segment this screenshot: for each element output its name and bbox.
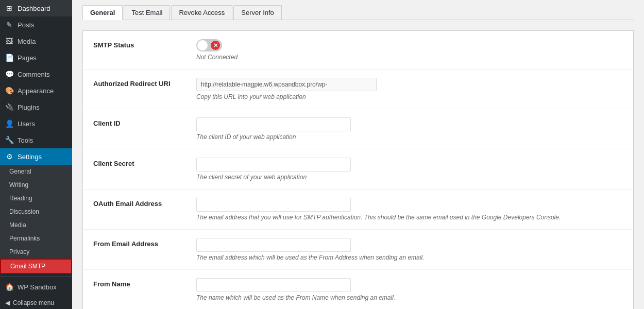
client-secret-description: The client secret of your web applicatio… bbox=[196, 174, 623, 181]
sidebar-item-label: Users bbox=[18, 120, 35, 128]
wp-sandbox-label: WP Sandbox bbox=[18, 283, 57, 291]
client-secret-row: Client Secret The client secret of your … bbox=[83, 149, 633, 190]
settings-submenu: General Writing Reading Discussion Media… bbox=[0, 165, 72, 274]
users-icon: 👤 bbox=[5, 119, 13, 128]
client-id-description: The client ID of your web application bbox=[196, 133, 623, 141]
sidebar-item-dashboard[interactable]: ⊞ Dashboard bbox=[0, 0, 72, 16]
sidebar-item-reading[interactable]: Reading bbox=[0, 192, 72, 205]
oauth-email-input[interactable] bbox=[196, 198, 351, 212]
oauth-email-row: OAuth Email Address The email address th… bbox=[83, 190, 633, 230]
sidebar-item-comments[interactable]: 💬 Comments bbox=[0, 66, 72, 82]
gmail-smtp-label: Gmail SMTP bbox=[10, 263, 45, 270]
media-icon: 🖼 bbox=[5, 37, 13, 45]
client-id-row: Client ID The client ID of your web appl… bbox=[83, 109, 633, 149]
sidebar-item-label: Pages bbox=[18, 54, 37, 62]
redirect-uri-row: Authorized Redirect URI http://relatable… bbox=[83, 70, 633, 109]
sidebar-item-writing[interactable]: Writing bbox=[0, 178, 72, 192]
tab-server-info[interactable]: Server Info bbox=[233, 5, 282, 20]
oauth-email-description: The email address that you will use for … bbox=[196, 214, 623, 221]
sidebar-item-appearance[interactable]: 🎨 Appearance bbox=[0, 82, 72, 99]
sidebar-item-media[interactable]: 🖼 Media bbox=[0, 33, 72, 49]
sidebar-item-users[interactable]: 👤 Users bbox=[0, 115, 72, 132]
reading-label: Reading bbox=[9, 195, 32, 202]
from-email-label: From Email Address bbox=[93, 238, 196, 248]
from-name-description: The name which will be used as the From … bbox=[196, 294, 623, 301]
client-secret-input[interactable] bbox=[196, 158, 351, 171]
main-content: General Test Email Revoke Access Server … bbox=[72, 0, 644, 309]
sidebar-item-permalinks[interactable]: Permalinks bbox=[0, 232, 72, 245]
wp-sandbox-icon: 🏠 bbox=[5, 283, 13, 291]
tab-test-email[interactable]: Test Email bbox=[124, 5, 170, 20]
toggle-knob bbox=[197, 40, 208, 50]
client-id-field: The client ID of your web application bbox=[196, 117, 623, 141]
collapse-menu-button[interactable]: ◀ Collapse menu bbox=[0, 295, 72, 309]
comments-icon: 💬 bbox=[5, 70, 13, 78]
dashboard-icon: ⊞ bbox=[5, 4, 13, 12]
permalinks-label: Permalinks bbox=[9, 235, 40, 242]
redirect-uri-field: http://relatable-magpie.w6.wpsandbox.pro… bbox=[196, 78, 623, 100]
sidebar-item-label: Appearance bbox=[18, 87, 54, 95]
sidebar-item-pages[interactable]: 📄 Pages bbox=[0, 49, 72, 66]
tab-general[interactable]: General bbox=[82, 5, 123, 20]
client-id-label: Client ID bbox=[93, 117, 196, 127]
general-label: General bbox=[9, 168, 31, 175]
oauth-email-field: The email address that you will use for … bbox=[196, 198, 623, 221]
from-name-row: From Name The name which will be used as… bbox=[83, 270, 633, 309]
redirect-uri-label: Authorized Redirect URI bbox=[93, 78, 196, 88]
sidebar-item-posts[interactable]: ✎ Posts bbox=[0, 16, 72, 33]
sidebar-item-tools[interactable]: 🔧 Tools bbox=[0, 132, 72, 148]
sidebar-item-label: Dashboard bbox=[18, 5, 50, 12]
client-secret-label: Client Secret bbox=[93, 158, 196, 167]
from-name-input[interactable] bbox=[196, 278, 351, 292]
redirect-uri-description: Copy this URL into your web application bbox=[196, 93, 623, 100]
tools-icon: 🔧 bbox=[5, 136, 13, 144]
discussion-label: Discussion bbox=[9, 208, 39, 215]
smtp-status-field: ✕ Not Connected bbox=[196, 39, 623, 61]
plugins-icon: 🔌 bbox=[5, 103, 13, 111]
smtp-status-label: SMTP Status bbox=[93, 39, 196, 49]
sidebar-item-label: Plugins bbox=[18, 104, 40, 111]
oauth-email-label: OAuth Email Address bbox=[93, 198, 196, 208]
from-name-label: From Name bbox=[93, 278, 196, 288]
sidebar-item-privacy[interactable]: Privacy bbox=[0, 245, 72, 259]
sidebar-item-general[interactable]: General bbox=[0, 165, 72, 178]
settings-icon: ⚙ bbox=[5, 152, 13, 161]
sidebar-item-discussion[interactable]: Discussion bbox=[0, 205, 72, 218]
sidebar-item-settings[interactable]: ⚙ Settings bbox=[0, 148, 72, 165]
from-email-row: From Email Address The email address whi… bbox=[83, 230, 633, 270]
toggle-container: ✕ bbox=[196, 39, 623, 52]
client-secret-field: The client secret of your web applicatio… bbox=[196, 158, 623, 181]
smtp-toggle[interactable]: ✕ bbox=[196, 39, 222, 52]
sidebar-item-media-sub[interactable]: Media bbox=[0, 218, 72, 232]
posts-icon: ✎ bbox=[5, 21, 13, 29]
toggle-x-icon: ✕ bbox=[211, 41, 220, 50]
appearance-icon: 🎨 bbox=[5, 87, 13, 95]
settings-tabs: General Test Email Revoke Access Server … bbox=[82, 5, 634, 20]
collapse-label: Collapse menu bbox=[13, 299, 54, 306]
media-sub-label: Media bbox=[9, 221, 26, 229]
sidebar-item-gmail-smtp[interactable]: Gmail SMTP bbox=[0, 259, 72, 274]
pages-icon: 📄 bbox=[5, 54, 13, 62]
sidebar-item-label: Settings bbox=[18, 153, 42, 161]
smtp-status-text: Not Connected bbox=[196, 54, 623, 61]
sidebar-item-wp-sandbox[interactable]: 🏠 WP Sandbox bbox=[0, 279, 72, 295]
tab-revoke-access[interactable]: Revoke Access bbox=[171, 5, 232, 20]
sidebar-divider bbox=[0, 276, 72, 277]
from-email-input[interactable] bbox=[196, 238, 351, 252]
sidebar-item-label: Posts bbox=[18, 21, 35, 29]
client-id-input[interactable] bbox=[196, 117, 351, 131]
writing-label: Writing bbox=[9, 181, 28, 188]
privacy-label: Privacy bbox=[9, 248, 29, 255]
from-email-field: The email address which will be used as … bbox=[196, 238, 623, 261]
sidebar: ⊞ Dashboard ✎ Posts 🖼 Media 📄 Pages 💬 Co… bbox=[0, 0, 72, 309]
smtp-status-row: SMTP Status ✕ Not Connected bbox=[83, 31, 633, 70]
settings-panel: SMTP Status ✕ Not Connected Authorized R… bbox=[82, 30, 634, 309]
sidebar-item-label: Media bbox=[18, 38, 36, 45]
redirect-uri-value: http://relatable-magpie.w6.wpsandbox.pro… bbox=[196, 78, 377, 91]
collapse-icon: ◀ bbox=[5, 299, 10, 306]
sidebar-item-label: Tools bbox=[18, 136, 33, 144]
sidebar-item-plugins[interactable]: 🔌 Plugins bbox=[0, 99, 72, 115]
from-name-field: The name which will be used as the From … bbox=[196, 278, 623, 301]
from-email-description: The email address which will be used as … bbox=[196, 254, 623, 261]
sidebar-item-label: Comments bbox=[18, 71, 50, 78]
